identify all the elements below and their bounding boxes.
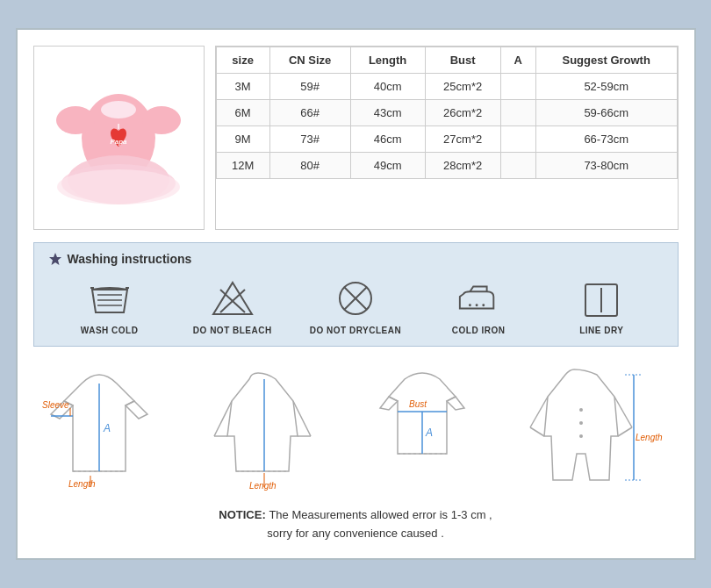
table-row: 3M59#40cm25cm*252-59cm [216, 73, 677, 99]
table-cell: 49cm [350, 152, 425, 178]
svg-point-51 [579, 408, 583, 412]
svg-text:I: I [117, 122, 119, 131]
star-icon [48, 252, 62, 266]
no-bleach-item: DO NOT BLEACH [184, 276, 281, 335]
svg-point-23 [482, 304, 485, 306]
table-cell: 52-59cm [535, 73, 677, 99]
wash-cold-item: WASH COLD [61, 276, 158, 335]
table-header-row: sizeCN SizeLengthBustASuggest Growth [216, 47, 677, 73]
no-bleach-label: DO NOT BLEACH [193, 326, 272, 335]
line-dry-item: LINE DRY [553, 276, 650, 335]
table-cell: 59-66cm [535, 99, 677, 125]
no-bleach-icon [211, 276, 255, 320]
table-cell: 46cm [350, 125, 425, 152]
table-cell: 26cm*2 [425, 99, 500, 125]
main-card: I Papa sizeCN SizeLengthBustASuggest Gro… [16, 28, 696, 561]
notice-line1-content: The Measurements allowed error is 1-3 cm… [269, 508, 492, 521]
svg-line-48 [530, 427, 544, 436]
table-header-cell: size [216, 47, 269, 73]
table-row: 9M73#46cm27cm*266-73cm [216, 125, 677, 152]
svg-line-50 [618, 427, 632, 436]
product-image-box: I Papa [33, 46, 205, 230]
svg-marker-9 [49, 253, 61, 265]
table-cell: 6M [216, 99, 269, 125]
svg-point-53 [579, 434, 583, 438]
svg-marker-15 [213, 283, 252, 314]
table-body: 3M59#40cm25cm*252-59cm6M66#43cm26cm*259-… [216, 73, 677, 178]
svg-point-6 [101, 101, 136, 118]
notice-line2: sorry for any convenience caused . [219, 525, 492, 543]
table-cell: 66# [269, 99, 350, 125]
measurement-section: A Sleeve Length [33, 357, 679, 543]
notice-text: NOTICE: The Measurements allowed error i… [219, 506, 492, 543]
table-cell: 3M [216, 73, 269, 99]
table-cell: 12M [216, 152, 269, 178]
washing-section: Washing instructions [33, 242, 679, 347]
svg-point-21 [469, 304, 471, 306]
washing-icons-row: WASH COLD DO NOT BLEACH [48, 276, 664, 335]
table-cell: 43cm [350, 99, 425, 125]
washing-title: Washing instructions [48, 252, 664, 266]
svg-text:A: A [425, 427, 433, 439]
svg-point-1 [56, 106, 95, 134]
table-cell: 73-80cm [535, 152, 677, 178]
notice-line1: NOTICE: The Measurements allowed error i… [219, 506, 492, 525]
cold-iron-icon [456, 276, 500, 320]
size-table-container: sizeCN SizeLengthBustASuggest Growth 3M5… [215, 46, 679, 230]
product-image: I Papa [42, 50, 196, 226]
cold-iron-label: COLD IRON [452, 326, 506, 335]
table-cell [500, 99, 535, 125]
table-cell [500, 152, 535, 178]
notice-label: NOTICE: [219, 508, 269, 521]
svg-point-2 [142, 106, 181, 134]
table-cell [500, 73, 535, 99]
table-cell: 80# [269, 152, 350, 178]
garment-diagram-3: Bust A [370, 357, 510, 498]
wash-cold-label: WASH COLD [81, 326, 139, 335]
garment-diagram-4: Length [528, 357, 669, 498]
table-header-cell: A [500, 47, 535, 73]
table-header-cell: Length [350, 47, 425, 73]
svg-text:Length: Length [636, 433, 663, 442]
table-header-cell: CN Size [269, 47, 350, 73]
line-dry-label: LINE DRY [579, 326, 623, 335]
line-dry-icon [579, 276, 623, 320]
top-section: I Papa sizeCN SizeLengthBustASuggest Gro… [33, 46, 679, 230]
table-cell: 59# [269, 73, 350, 99]
svg-text:Bust: Bust [409, 399, 427, 409]
garment-diagram-1: A Sleeve Length [42, 357, 191, 498]
svg-point-5 [57, 169, 180, 204]
table-cell: 9M [216, 125, 269, 152]
table-cell: 27cm*2 [425, 125, 500, 152]
no-dryclean-label: DO NOT DRYCLEAN [310, 326, 401, 335]
table-row: 6M66#43cm26cm*259-66cm [216, 99, 677, 125]
svg-point-52 [579, 421, 583, 425]
svg-text:Sleeve: Sleeve [42, 400, 69, 410]
table-cell: 25cm*2 [425, 73, 500, 99]
washing-title-text: Washing instructions [68, 252, 192, 266]
svg-text:Length: Length [68, 479, 96, 489]
table-cell: 73# [269, 125, 350, 152]
svg-point-22 [476, 304, 478, 306]
wash-cold-icon [88, 276, 132, 320]
svg-text:Papa: Papa [110, 138, 127, 146]
table-header-cell: Bust [425, 47, 500, 73]
table-cell: 66-73cm [535, 125, 677, 152]
no-dryclean-icon [334, 276, 377, 320]
svg-text:A: A [103, 422, 111, 434]
garment-diagrams: A Sleeve Length [33, 357, 679, 498]
table-cell: 40cm [350, 73, 425, 99]
svg-text:Length: Length [249, 481, 276, 491]
table-row: 12M80#49cm28cm*273-80cm [216, 152, 677, 178]
size-table: sizeCN SizeLengthBustASuggest Growth 3M5… [216, 47, 678, 179]
no-dryclean-item: DO NOT DRYCLEAN [307, 276, 404, 335]
table-cell: 28cm*2 [425, 152, 500, 178]
garment-diagram-2: Length [210, 357, 350, 498]
table-cell [500, 125, 535, 152]
cold-iron-item: COLD IRON [430, 276, 527, 335]
table-header-cell: Suggest Growth [535, 47, 677, 73]
